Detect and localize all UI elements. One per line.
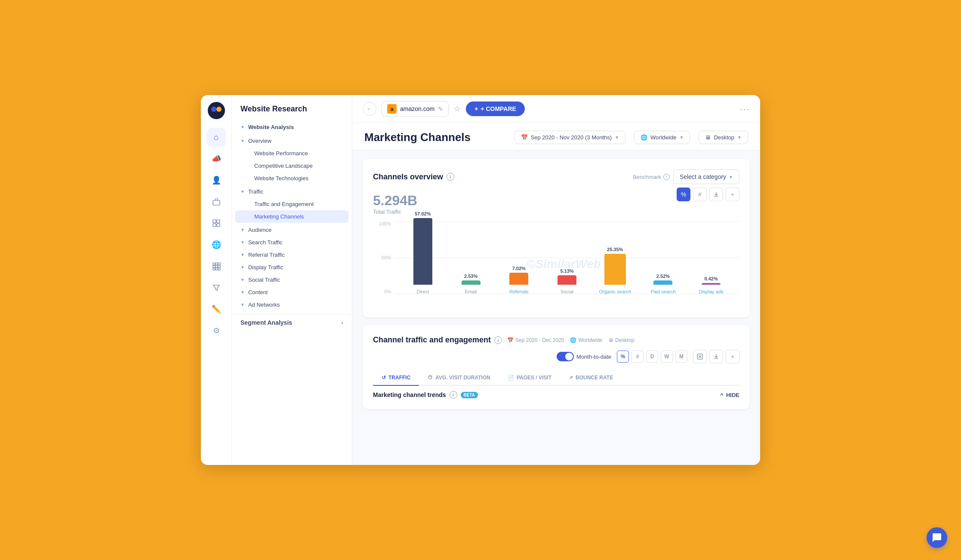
- nav-grid[interactable]: [207, 257, 226, 276]
- chat-bubble-button[interactable]: [927, 527, 947, 548]
- hash-toggle-btn[interactable]: #: [693, 188, 707, 201]
- bar-organic: 25.35% Organic search: [591, 247, 639, 294]
- hash-period-btn[interactable]: #: [631, 351, 644, 363]
- nav-home[interactable]: ⌂: [207, 128, 226, 147]
- sidebar-audience-header[interactable]: ▼ Audience: [232, 224, 352, 236]
- bar-paid-pct: 2.52%: [656, 274, 670, 279]
- nav-briefcase[interactable]: [207, 192, 226, 211]
- y-label-50: 50%: [382, 255, 391, 260]
- app-logo[interactable]: [208, 102, 225, 119]
- tab-avg-visit[interactable]: ⏱ AVG. VISIT DURATION: [419, 370, 499, 386]
- m-period-btn[interactable]: M: [675, 351, 687, 363]
- mtd-toggle[interactable]: [557, 352, 574, 361]
- pct-period-btn[interactable]: %: [617, 351, 629, 363]
- calendar-icon: 📅: [521, 134, 528, 141]
- device-filter[interactable]: 🖥 Desktop ▼: [699, 131, 748, 144]
- segment-analysis-arrow: ›: [341, 319, 343, 326]
- benchmark-label: Benchmark i: [633, 174, 670, 180]
- date-range-filter[interactable]: 📅 Sep 2020 - Nov 2020 (3 Months) ▼: [514, 131, 626, 144]
- sidebar-item-website-technologies[interactable]: Website Technologies: [235, 172, 348, 185]
- nav-users[interactable]: 👤: [207, 171, 226, 190]
- sidebar-traffic-header[interactable]: ▼ Traffic: [232, 185, 352, 198]
- domain-bar: a amazon.com ✎: [382, 101, 449, 117]
- globe-icon: 🌐: [641, 134, 647, 141]
- pct-toggle-btn[interactable]: %: [677, 188, 690, 201]
- page-header: Marketing Channels 📅 Sep 2020 - Nov 2020…: [352, 123, 760, 151]
- bar-paid: 2.52% Paid search: [639, 274, 687, 294]
- engagement-right-controls: Month-to-date % # D W M: [557, 350, 739, 363]
- sidebar-item-competitive-landscape[interactable]: Competitive Landscape: [235, 160, 348, 172]
- w-period-btn[interactable]: W: [661, 351, 673, 363]
- device-caret: ▼: [737, 135, 742, 140]
- nav-pencil[interactable]: ✏️: [207, 300, 226, 319]
- audience-chevron: ▼: [240, 228, 245, 232]
- bar-referrals-label: Referrals: [509, 289, 529, 294]
- engagement-info-icon[interactable]: i: [494, 336, 502, 344]
- trends-info-icon[interactable]: i: [450, 391, 457, 399]
- tab-pages[interactable]: 📄 PAGES / VISIT: [499, 370, 560, 386]
- sidebar-ad-networks-header[interactable]: ▼ Ad Networks: [232, 298, 352, 311]
- tab-bounce[interactable]: ↗ BOUNCE RATE: [560, 370, 622, 386]
- bar-email-pct: 2.53%: [464, 274, 477, 279]
- sidebar-search-traffic-header[interactable]: ▼ Search Traffic: [232, 236, 352, 249]
- nav-globe[interactable]: 🌐: [207, 235, 226, 254]
- social-traffic-label: Social Traffic: [248, 277, 280, 283]
- svg-rect-12: [216, 265, 218, 268]
- nav-settings[interactable]: ⚙: [207, 321, 226, 340]
- select-category-label: Select a category: [680, 173, 726, 180]
- sidebar-item-website-performance[interactable]: Website Performance: [235, 147, 348, 160]
- sidebar-segment-analysis[interactable]: Segment Analysis ›: [232, 314, 352, 330]
- compare-button[interactable]: + + COMPARE: [466, 102, 525, 116]
- globe-icon2: 🌐: [570, 337, 576, 343]
- engagement-title: Channel traffic and engagement i: [373, 335, 502, 345]
- sidebar-display-traffic-header[interactable]: ▼ Display Traffic: [232, 261, 352, 274]
- social-traffic-chevron: ▼: [240, 277, 245, 282]
- device-label: Desktop: [714, 134, 734, 141]
- add-btn[interactable]: +: [726, 188, 739, 201]
- sidebar-referral-traffic-header[interactable]: ▼ Referral Traffic: [232, 249, 352, 261]
- download-btn2[interactable]: [709, 350, 723, 363]
- region-filter[interactable]: 🌐 Worldwide ▼: [634, 131, 690, 144]
- main-content: ← a amazon.com ✎ ☆ + + COMPARE ··· Marke…: [352, 95, 760, 465]
- sidebar-section-header-website-analysis[interactable]: ▼ Website Analysis: [232, 120, 352, 134]
- sidebar-section-website-analysis: ▼ Website Analysis: [232, 120, 352, 134]
- back-button[interactable]: ←: [363, 102, 376, 116]
- sidebar-content-header[interactable]: ▼ Content: [232, 286, 352, 298]
- traffic-tab-label: TRAFFIC: [388, 375, 410, 381]
- bar-organic-rect: [604, 254, 626, 285]
- svg-rect-10: [218, 263, 220, 265]
- bounce-label: BOUNCE RATE: [576, 375, 613, 381]
- excel-btn[interactable]: [693, 350, 707, 363]
- more-button[interactable]: ···: [740, 104, 750, 114]
- divider: [614, 353, 614, 360]
- engagement-device: 🖥 Desktop: [608, 337, 634, 343]
- sidebar-item-marketing-channels[interactable]: Marketing Channels: [235, 210, 348, 223]
- benchmark-info-icon[interactable]: i: [663, 174, 670, 180]
- bar-direct-rect: [413, 218, 432, 285]
- search-traffic-chevron: ▼: [240, 240, 245, 245]
- svg-rect-11: [213, 265, 215, 268]
- sidebar: Website Research ▼ Website Analysis ▼ Ov…: [232, 95, 352, 465]
- svg-rect-14: [213, 268, 215, 270]
- bar-email-label: Email: [465, 289, 477, 294]
- mtd-label: Month-to-date: [576, 354, 611, 360]
- bar-referrals: 7.02% Referrals: [495, 266, 543, 294]
- bar-social-rect: [558, 275, 576, 285]
- tab-traffic[interactable]: ↺ TRAFFIC: [373, 370, 419, 386]
- star-button[interactable]: ☆: [454, 104, 461, 114]
- nav-funnel[interactable]: [207, 278, 226, 297]
- hide-button[interactable]: ^ HIDE: [720, 392, 739, 398]
- domain-edit-icon[interactable]: ✎: [438, 105, 443, 112]
- nav-megaphone[interactable]: 📣: [207, 149, 226, 168]
- category-dropdown[interactable]: Select a category ▼: [673, 169, 739, 184]
- download-btn[interactable]: [709, 188, 723, 201]
- sidebar-social-traffic-header[interactable]: ▼ Social Traffic: [232, 274, 352, 286]
- channels-overview-info-icon[interactable]: i: [447, 173, 454, 181]
- add-btn2[interactable]: +: [726, 350, 739, 363]
- sidebar-item-traffic-engagement[interactable]: Traffic and Engagement: [235, 198, 348, 210]
- sidebar-overview-header[interactable]: ▼ Overview: [232, 135, 352, 147]
- bar-chart: ©SimilarWeb 100% 50% 0%: [373, 221, 739, 307]
- d-period-btn[interactable]: D: [646, 351, 658, 363]
- bar-display-rect: [702, 283, 721, 285]
- nav-dashboard[interactable]: [207, 214, 226, 233]
